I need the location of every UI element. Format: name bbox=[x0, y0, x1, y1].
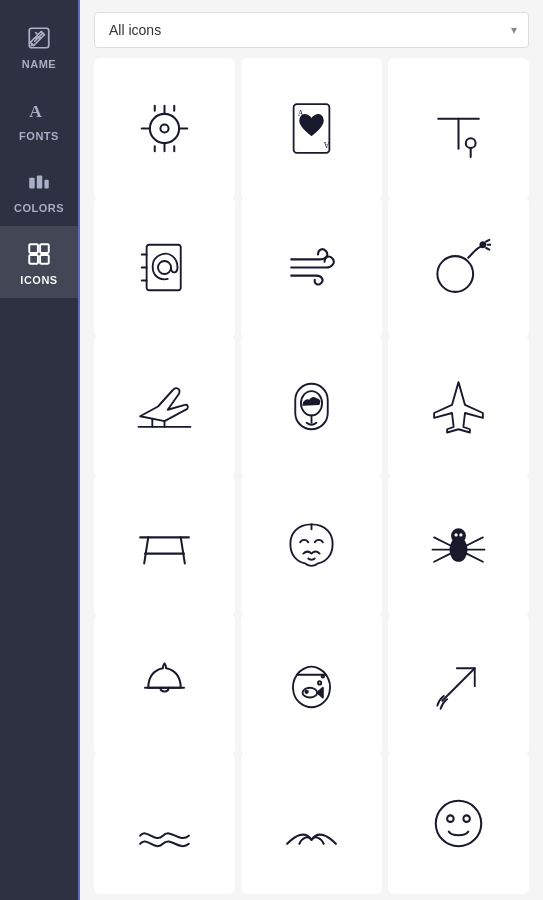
main-content: All icons Animals Food Travel Technology… bbox=[80, 0, 543, 900]
svg-rect-6 bbox=[40, 244, 49, 253]
icon-cell-playing-card[interactable]: A A bbox=[241, 58, 382, 199]
svg-line-62 bbox=[442, 668, 475, 701]
svg-point-61 bbox=[322, 675, 324, 677]
svg-point-9 bbox=[150, 114, 179, 143]
icon-cell-waves[interactable] bbox=[94, 753, 235, 894]
svg-point-49 bbox=[454, 533, 457, 536]
svg-line-56 bbox=[467, 554, 483, 562]
svg-text:A: A bbox=[298, 109, 304, 118]
sidebar: NAME A FONTS COLORS ICON bbox=[0, 0, 80, 900]
svg-line-35 bbox=[486, 248, 489, 250]
sidebar-item-name-label: NAME bbox=[22, 58, 56, 70]
icon-cell-address-book[interactable] bbox=[94, 197, 235, 338]
icons-icon bbox=[23, 238, 55, 270]
icon-cell-bomb[interactable] bbox=[388, 197, 529, 338]
dropdown-wrap: All icons Animals Food Travel Technology… bbox=[80, 0, 543, 58]
filter-dropdown[interactable]: All icons Animals Food Travel Technology… bbox=[94, 12, 529, 48]
svg-rect-4 bbox=[44, 180, 48, 189]
svg-point-32 bbox=[480, 242, 485, 247]
icon-cell-airplane-window[interactable] bbox=[241, 336, 382, 477]
icon-cell-table[interactable] bbox=[94, 475, 235, 616]
svg-rect-3 bbox=[37, 176, 42, 189]
svg-point-48 bbox=[452, 529, 465, 542]
icon-cell-bird[interactable] bbox=[241, 753, 382, 894]
icon-cell-crosshair[interactable] bbox=[94, 58, 235, 199]
icon-cell-airplane[interactable] bbox=[388, 336, 529, 477]
sidebar-item-icons-label: ICONS bbox=[20, 274, 57, 286]
sidebar-item-colors-label: COLORS bbox=[14, 202, 64, 214]
svg-point-50 bbox=[459, 533, 462, 536]
svg-line-53 bbox=[434, 554, 450, 562]
svg-text:A: A bbox=[323, 140, 329, 149]
icon-cell-face[interactable] bbox=[388, 753, 529, 894]
svg-line-51 bbox=[434, 537, 450, 545]
sidebar-item-name[interactable]: NAME bbox=[0, 10, 78, 82]
svg-point-27 bbox=[158, 261, 171, 274]
svg-text:A: A bbox=[29, 102, 42, 121]
sidebar-item-fonts[interactable]: A FONTS bbox=[0, 82, 78, 154]
svg-rect-2 bbox=[29, 178, 34, 189]
svg-line-44 bbox=[181, 537, 185, 563]
svg-rect-7 bbox=[29, 255, 38, 264]
svg-point-64 bbox=[447, 815, 454, 822]
icon-cell-airplane-takeoff[interactable] bbox=[94, 336, 235, 477]
colors-icon bbox=[23, 166, 55, 198]
svg-point-31 bbox=[437, 256, 473, 292]
svg-point-10 bbox=[160, 124, 168, 132]
svg-rect-26 bbox=[147, 245, 181, 291]
filter-dropdown-container: All icons Animals Food Travel Technology… bbox=[94, 12, 529, 48]
sidebar-item-icons[interactable]: ICONS bbox=[0, 226, 78, 298]
svg-point-65 bbox=[463, 815, 470, 822]
icon-grid: A A bbox=[80, 58, 543, 900]
icon-cell-fishbowl[interactable] bbox=[241, 614, 382, 755]
sidebar-item-fonts-label: FONTS bbox=[19, 130, 59, 142]
sidebar-item-colors[interactable]: COLORS bbox=[0, 154, 78, 226]
icon-cell-anonymous-mask[interactable] bbox=[241, 475, 382, 616]
icon-cell-wind[interactable] bbox=[241, 197, 382, 338]
svg-point-59 bbox=[305, 691, 307, 693]
fonts-icon: A bbox=[23, 94, 55, 126]
icon-cell-bell[interactable] bbox=[94, 614, 235, 755]
svg-line-54 bbox=[467, 537, 483, 545]
svg-rect-5 bbox=[29, 244, 38, 253]
svg-point-24 bbox=[466, 138, 476, 148]
svg-point-63 bbox=[436, 801, 482, 847]
icon-cell-arrow[interactable] bbox=[388, 614, 529, 755]
icon-cell-spider[interactable] bbox=[388, 475, 529, 616]
svg-line-33 bbox=[486, 240, 489, 242]
svg-line-43 bbox=[144, 537, 148, 563]
icon-cell-tool[interactable] bbox=[388, 58, 529, 199]
edit-icon bbox=[23, 22, 55, 54]
svg-point-60 bbox=[318, 681, 321, 684]
svg-rect-8 bbox=[40, 255, 49, 264]
